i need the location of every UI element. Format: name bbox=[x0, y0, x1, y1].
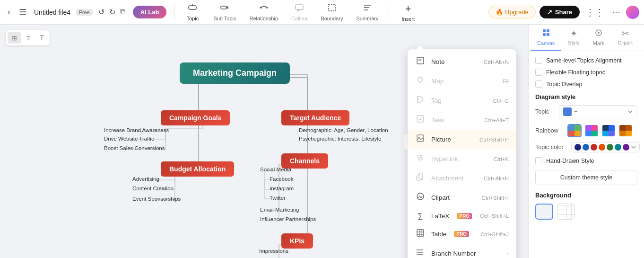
bg-option-2[interactable] bbox=[557, 204, 575, 220]
topic-style-select[interactable] bbox=[559, 105, 637, 118]
color-dot-2[interactable] bbox=[583, 144, 589, 151]
budget-allocation-label: Budget Allocation bbox=[169, 165, 226, 173]
tab-clipart[interactable]: ✂ Clipart bbox=[611, 25, 639, 51]
tab-canvas[interactable]: Canvas bbox=[531, 25, 561, 51]
topic-overlap-checkbox[interactable] bbox=[535, 80, 542, 88]
color-dot-7[interactable] bbox=[623, 144, 629, 151]
subtopic-facebook[interactable]: Facebook bbox=[270, 176, 294, 182]
hyperlink-icon bbox=[415, 153, 426, 164]
back-button[interactable]: ‹ bbox=[5, 5, 13, 19]
insert-clipart[interactable]: Clipart Ctrl+Shift+I bbox=[408, 188, 516, 207]
root-topic[interactable]: Marketing Campaign bbox=[180, 62, 290, 84]
latex-icon: ∑ bbox=[415, 212, 426, 220]
insert-note[interactable]: Note Ctrl+Alt+N bbox=[408, 52, 516, 71]
kpis-topic[interactable]: KPIs bbox=[281, 233, 313, 249]
hand-drawn-checkbox[interactable] bbox=[535, 157, 542, 164]
clipart-tab-label: Clipart bbox=[618, 40, 633, 45]
document-title: Untitled file4 bbox=[34, 9, 70, 16]
note-icon bbox=[415, 56, 426, 67]
toolbar-tool-topic[interactable]: Topic bbox=[180, 1, 205, 23]
hyperlink-shortcut: Ctrl+K bbox=[494, 156, 509, 162]
target-audience-topic[interactable]: Target Audience bbox=[281, 110, 349, 125]
insert-latex[interactable]: ∑ LaTeX PRO Ctrl+Shift+L bbox=[408, 207, 516, 224]
topic-overlap-label: Topic Overlap bbox=[546, 81, 582, 88]
topic-color-label: Topic color bbox=[535, 144, 567, 151]
canvas-area[interactable]: ⊞ ≡ T bbox=[0, 25, 528, 258]
subtopic-sales[interactable]: Boost Sales Conversions bbox=[104, 145, 165, 151]
list-view-button[interactable]: ≡ bbox=[23, 32, 34, 44]
insert-table[interactable]: Table PRO Ctrl+Shift+J bbox=[408, 224, 516, 244]
topic-color-row: Topic color bbox=[535, 142, 637, 152]
tag-shortcut: Ctrl+G bbox=[493, 98, 509, 104]
insert-tag: Tag Ctrl+G bbox=[408, 91, 516, 110]
hyperlink-label: Hyperlink bbox=[431, 155, 458, 162]
subtopic-events[interactable]: Event Sponsorships bbox=[132, 196, 181, 202]
flexible-floating-checkbox[interactable] bbox=[535, 69, 542, 76]
subtopic-brand[interactable]: Increase Brand Awareness bbox=[104, 127, 169, 133]
tab-mark[interactable]: Mark bbox=[586, 25, 611, 51]
insert-icon: + bbox=[405, 3, 411, 15]
svg-point-6 bbox=[266, 7, 268, 9]
tag-icon bbox=[415, 95, 426, 106]
color-dot-5[interactable] bbox=[607, 144, 613, 151]
subtopic-twitter[interactable]: Twitter bbox=[270, 195, 286, 201]
toolbar-tool-boundary[interactable]: Boundary bbox=[316, 1, 348, 23]
insert-branch-number[interactable]: Branch Number › bbox=[408, 244, 516, 258]
same-level-checkbox[interactable] bbox=[535, 57, 542, 64]
subtopic-icon bbox=[220, 3, 229, 15]
budget-allocation-topic[interactable]: Budget Allocation bbox=[161, 161, 234, 177]
copy-button[interactable]: ⧉ bbox=[118, 6, 127, 18]
ai-lab-button[interactable]: AI Lab bbox=[133, 6, 167, 18]
campaign-goals-topic[interactable]: Campaign Goals bbox=[161, 110, 230, 125]
svg-rect-71 bbox=[417, 116, 424, 122]
subtopic-email[interactable]: Email Marketing bbox=[260, 207, 299, 213]
subtopic-website[interactable]: Drive Website Traffic bbox=[104, 136, 154, 142]
svg-rect-87 bbox=[547, 29, 549, 32]
color-dot-1[interactable] bbox=[574, 144, 581, 151]
rainbow-option-1[interactable] bbox=[567, 124, 582, 137]
clipart-shortcut: Ctrl+Shift+I bbox=[481, 195, 509, 201]
share-label: Share bbox=[555, 9, 572, 16]
latex-pro-badge: PRO bbox=[457, 213, 472, 219]
bg-option-1[interactable] bbox=[535, 204, 553, 220]
menu-button[interactable]: ☰ bbox=[17, 5, 28, 19]
share-button[interactable]: ↗ Share bbox=[540, 6, 580, 18]
svg-point-91 bbox=[598, 32, 600, 34]
color-dot-3[interactable] bbox=[591, 144, 597, 151]
subtopic-social[interactable]: Social Media bbox=[260, 167, 291, 172]
subtopic-impressions[interactable]: Impressions bbox=[259, 248, 288, 254]
rainbow-option-4[interactable] bbox=[618, 124, 633, 137]
subtopic-demographic[interactable]: Demographic: Age, Gender, Location bbox=[299, 127, 388, 133]
upgrade-button[interactable]: 🔥 Upgrade bbox=[488, 6, 535, 18]
toolbar-tool-summary[interactable]: Summary bbox=[351, 1, 383, 23]
rainbow-option-3[interactable] bbox=[601, 124, 616, 137]
undo-button[interactable]: ↺ bbox=[96, 6, 106, 18]
color-dot-6[interactable] bbox=[615, 144, 621, 151]
rainbow-option-2[interactable] bbox=[584, 124, 599, 137]
attachment-shortcut: Ctrl+Alt+H bbox=[484, 176, 509, 181]
option-same-level: Same-level Topics Alignment bbox=[535, 57, 637, 64]
apps-button[interactable]: ⋮⋮ bbox=[583, 5, 606, 20]
more-button[interactable]: ⋯ bbox=[610, 5, 622, 19]
grid-view-button[interactable]: ⊞ bbox=[8, 32, 21, 44]
insert-picture[interactable]: Picture Ctrl+Shift+P bbox=[408, 130, 516, 149]
background-title: Background bbox=[535, 192, 637, 199]
custom-theme-button[interactable]: Custom theme style bbox=[535, 170, 637, 185]
toolbar-tool-relationship[interactable]: Relationship bbox=[245, 1, 283, 23]
redo-button[interactable]: ↻ bbox=[107, 6, 117, 18]
subtopic-instagram[interactable]: Instagram bbox=[270, 186, 294, 191]
subtopic-influencer[interactable]: Influencer Partnerships bbox=[260, 216, 316, 222]
topic-color-palette[interactable] bbox=[571, 142, 640, 152]
toolbar-tool-subtopic[interactable]: Sub Topic bbox=[209, 1, 241, 23]
tab-style[interactable]: ✦ Style bbox=[561, 25, 586, 51]
subtopic-psychographic[interactable]: Psychographic: Interests, Lifestyle bbox=[299, 136, 382, 142]
subtopic-advertising[interactable]: Advertising bbox=[132, 176, 159, 182]
subtopic-content[interactable]: Content Creation bbox=[132, 186, 174, 191]
mark-tab-icon bbox=[594, 28, 603, 39]
canvas-tab-label: Canvas bbox=[537, 40, 555, 46]
color-dot-4[interactable] bbox=[599, 144, 605, 151]
insert-panel: Note Ctrl+Alt+N Map F9 Tag Ctrl+G bbox=[408, 49, 516, 258]
insert-map: Map F9 bbox=[408, 71, 516, 91]
insert-button[interactable]: + Insert bbox=[395, 1, 421, 24]
text-view-button[interactable]: T bbox=[36, 32, 48, 44]
